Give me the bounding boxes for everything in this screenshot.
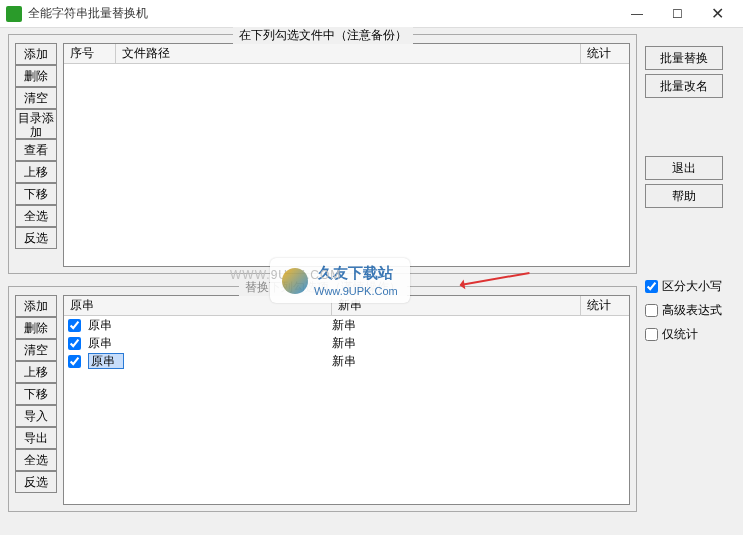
files-col-stats[interactable]: 统计 bbox=[581, 44, 629, 63]
replace-list-body[interactable]: 原串新串原串新串原串新串 bbox=[64, 316, 629, 504]
app-icon bbox=[6, 6, 22, 22]
replace-moveup-button[interactable]: 上移 bbox=[15, 361, 57, 383]
replace-groupbox: 替换下列勾选项（谨慎操作） 添加 删除 清空 上移 下移 导入 导出 全选 反选 bbox=[8, 286, 637, 512]
table-row[interactable]: 原串新串 bbox=[64, 352, 629, 370]
table-row[interactable]: 原串新串 bbox=[64, 334, 629, 352]
files-delete-button[interactable]: 删除 bbox=[15, 65, 57, 87]
files-clear-button[interactable]: 清空 bbox=[15, 87, 57, 109]
case-sensitive-label: 区分大小写 bbox=[662, 278, 722, 295]
case-sensitive-checkbox[interactable] bbox=[645, 280, 658, 293]
right-panel: 批量替换 批量改名 退出 帮助 区分大小写 高级表达式 仅统计 bbox=[645, 34, 735, 512]
advanced-regex-label: 高级表达式 bbox=[662, 302, 722, 319]
files-list-header: 序号 文件路径 统计 bbox=[64, 44, 629, 64]
files-diradd-button[interactable]: 目录添加 bbox=[15, 109, 57, 139]
option-case-sensitive[interactable]: 区分大小写 bbox=[645, 276, 723, 296]
titlebar: 全能字符串批量替换机 — ☐ ✕ bbox=[0, 0, 743, 28]
files-group-label: 在下列勾选文件中（注意备份） bbox=[233, 27, 413, 44]
batch-replace-button[interactable]: 批量替换 bbox=[645, 46, 723, 70]
batch-rename-button[interactable]: 批量改名 bbox=[645, 74, 723, 98]
files-list-body[interactable] bbox=[64, 64, 629, 266]
option-stats-only[interactable]: 仅统计 bbox=[645, 324, 723, 344]
row-checkbox[interactable] bbox=[68, 319, 81, 332]
row-checkbox[interactable] bbox=[68, 337, 81, 350]
row-new-cell[interactable]: 新串 bbox=[328, 335, 629, 352]
files-add-button[interactable]: 添加 bbox=[15, 43, 57, 65]
table-row[interactable]: 原串新串 bbox=[64, 316, 629, 334]
files-col-index[interactable]: 序号 bbox=[64, 44, 116, 63]
row-new-cell[interactable]: 新串 bbox=[328, 317, 629, 334]
help-button[interactable]: 帮助 bbox=[645, 184, 723, 208]
files-view-button[interactable]: 查看 bbox=[15, 139, 57, 161]
files-col-path[interactable]: 文件路径 bbox=[116, 44, 581, 63]
replace-add-button[interactable]: 添加 bbox=[15, 295, 57, 317]
files-invert-button[interactable]: 反选 bbox=[15, 227, 57, 249]
row-new-cell[interactable]: 新串 bbox=[328, 353, 629, 370]
advanced-regex-checkbox[interactable] bbox=[645, 304, 658, 317]
replace-col-new[interactable]: 新串 bbox=[332, 296, 581, 315]
window-title: 全能字符串批量替换机 bbox=[28, 5, 617, 22]
replace-delete-button[interactable]: 删除 bbox=[15, 317, 57, 339]
minimize-button[interactable]: — bbox=[617, 1, 657, 27]
replace-invert-button[interactable]: 反选 bbox=[15, 471, 57, 493]
replace-group-label: 替换下列勾选项（谨慎操作） bbox=[239, 279, 407, 296]
replace-movedown-button[interactable]: 下移 bbox=[15, 383, 57, 405]
option-advanced-regex[interactable]: 高级表达式 bbox=[645, 300, 723, 320]
row-old-edit-input[interactable]: 原串 bbox=[88, 353, 124, 369]
replace-col-old[interactable]: 原串 bbox=[64, 296, 332, 315]
files-selectall-button[interactable]: 全选 bbox=[15, 205, 57, 227]
files-list[interactable]: 序号 文件路径 统计 bbox=[63, 43, 630, 267]
row-checkbox[interactable] bbox=[68, 355, 81, 368]
replace-import-button[interactable]: 导入 bbox=[15, 405, 57, 427]
replace-button-column: 添加 删除 清空 上移 下移 导入 导出 全选 反选 bbox=[15, 295, 57, 505]
files-moveup-button[interactable]: 上移 bbox=[15, 161, 57, 183]
maximize-button[interactable]: ☐ bbox=[657, 1, 697, 27]
replace-list-header: 原串 新串 统计 bbox=[64, 296, 629, 316]
replace-list[interactable]: 原串 新串 统计 原串新串原串新串原串新串 bbox=[63, 295, 630, 505]
exit-button[interactable]: 退出 bbox=[645, 156, 723, 180]
replace-clear-button[interactable]: 清空 bbox=[15, 339, 57, 361]
replace-export-button[interactable]: 导出 bbox=[15, 427, 57, 449]
row-old-cell[interactable]: 原串 bbox=[84, 317, 328, 334]
close-button[interactable]: ✕ bbox=[697, 1, 737, 27]
stats-only-label: 仅统计 bbox=[662, 326, 698, 343]
files-button-column: 添加 删除 清空 目录添加 查看 上移 下移 全选 反选 bbox=[15, 43, 57, 267]
replace-selectall-button[interactable]: 全选 bbox=[15, 449, 57, 471]
replace-col-stats[interactable]: 统计 bbox=[581, 296, 629, 315]
files-movedown-button[interactable]: 下移 bbox=[15, 183, 57, 205]
files-groupbox: 在下列勾选文件中（注意备份） 添加 删除 清空 目录添加 查看 上移 下移 全选… bbox=[8, 34, 637, 274]
row-old-cell[interactable]: 原串 bbox=[84, 335, 328, 352]
row-old-cell[interactable]: 原串 bbox=[84, 353, 328, 369]
stats-only-checkbox[interactable] bbox=[645, 328, 658, 341]
